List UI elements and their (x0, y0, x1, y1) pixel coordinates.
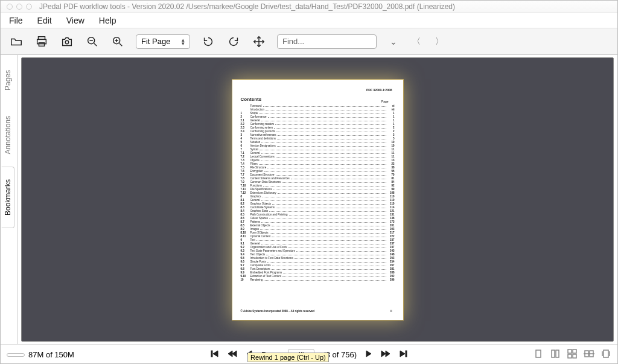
view-mode-buttons (533, 348, 611, 361)
zoom-out-button[interactable] (85, 34, 100, 49)
svg-rect-17 (556, 350, 559, 357)
svg-rect-13 (211, 351, 212, 357)
pageflow-view-button[interactable] (600, 348, 611, 361)
window-title: JPedal PDF workflow tools - Version 2020… (39, 2, 455, 11)
svg-line-8 (119, 43, 123, 46)
toc-row: 10Rendering296 (241, 278, 395, 282)
load-progress-bar (7, 353, 25, 357)
camera-button[interactable] (60, 34, 74, 49)
main-area: Pages Annotations Bookmarks PDF 32000-1:… (1, 55, 617, 344)
menu-edit[interactable]: Edit (37, 16, 52, 25)
move-tool-button[interactable] (252, 34, 266, 49)
load-progress-text: 87M of 150M (28, 350, 74, 359)
facing-continuous-view-button[interactable] (584, 348, 594, 361)
svg-rect-19 (573, 350, 576, 353)
print-button[interactable] (34, 34, 49, 49)
last-page-button[interactable] (399, 350, 407, 360)
menu-file[interactable]: File (9, 16, 23, 25)
toolbar: Fit Page ▴▾ Find... ⌄ 〈 〉 (1, 28, 617, 55)
tab-bookmarks[interactable]: Bookmarks (1, 167, 14, 228)
stepper-icon: ▴▾ (182, 38, 185, 45)
table-of-contents: ForewordviIntroductionvii1Scope12Conform… (241, 104, 395, 282)
maximize-window-button[interactable] (26, 4, 32, 10)
side-panel-tabs: Pages Annotations Bookmarks (1, 55, 15, 344)
doc-footer-page: iii (390, 310, 392, 313)
zoom-mode-value: Fit Page (141, 37, 170, 46)
menu-bar: File Edit View Help (1, 13, 617, 28)
svg-rect-14 (406, 351, 407, 357)
find-options-dropdown[interactable]: ⌄ (387, 37, 400, 46)
doc-header: PDF 32000-1:2008 (366, 88, 392, 92)
open-file-button[interactable] (9, 34, 24, 49)
find-prev-button[interactable]: 〈 (410, 36, 422, 47)
find-placeholder: Find... (282, 37, 304, 46)
find-next-button[interactable]: 〉 (433, 36, 445, 47)
minimize-window-button[interactable] (16, 4, 22, 10)
menu-help[interactable]: Help (99, 16, 116, 25)
doc-footer: © Adobe Systems Incorporated 2008 – All … (241, 310, 315, 313)
svg-rect-15 (536, 350, 541, 357)
zoom-in-button[interactable] (110, 34, 125, 49)
tab-pages[interactable]: Pages (1, 57, 14, 103)
window-controls (7, 4, 32, 10)
rotate-left-button[interactable] (201, 34, 215, 49)
menu-view[interactable]: View (66, 16, 84, 25)
page-preview: PDF 32000-1:2008 Contents Page Forewordv… (232, 79, 404, 321)
svg-line-5 (94, 43, 97, 46)
rotate-right-button[interactable] (226, 34, 241, 49)
title-bar: JPedal PDF workflow tools - Version 2020… (1, 1, 617, 13)
find-input[interactable]: Find... (277, 34, 377, 49)
zoom-mode-select[interactable]: Fit Page ▴▾ (136, 34, 190, 49)
first-page-button[interactable] (211, 350, 219, 360)
contents-heading: Contents (241, 97, 395, 102)
svg-point-3 (65, 40, 69, 44)
next-page-button[interactable] (365, 350, 372, 360)
svg-rect-18 (568, 350, 572, 353)
svg-rect-25 (604, 350, 608, 357)
svg-rect-16 (552, 350, 555, 357)
svg-rect-20 (568, 354, 572, 358)
close-window-button[interactable] (7, 4, 13, 10)
facing-view-button[interactable] (567, 348, 578, 361)
svg-rect-21 (573, 354, 576, 358)
tooltip: Rewind 1 page (Ctrl - Up) (247, 353, 329, 362)
single-continuous-view-button[interactable] (550, 348, 561, 361)
rewind-pages-button[interactable] (228, 350, 237, 360)
page-column-label: Page (381, 100, 389, 103)
forward-pages-button[interactable] (381, 350, 390, 360)
side-panel-sash[interactable] (15, 55, 18, 344)
document-viewer[interactable]: PDF 32000-1:2008 Contents Page Forewordv… (21, 57, 614, 342)
tab-annotations[interactable]: Annotations (1, 103, 14, 167)
single-page-view-button[interactable] (533, 348, 544, 361)
svg-rect-2 (39, 42, 44, 46)
